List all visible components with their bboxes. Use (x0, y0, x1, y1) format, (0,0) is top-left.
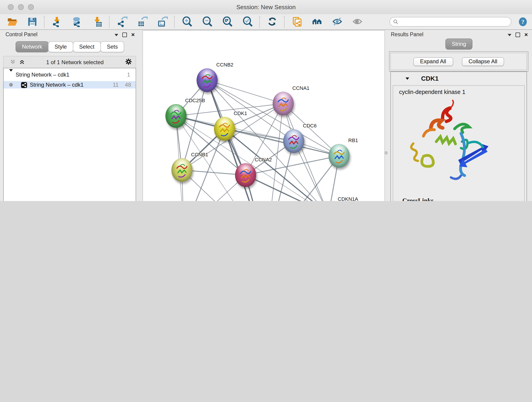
node-structure-thumbnail (273, 92, 294, 115)
help-icon: ? (518, 17, 527, 27)
node-label-CDKN1A: CDKN1A (338, 196, 358, 201)
import-table-from-file-button[interactable] (91, 16, 103, 28)
node-label-CCNB2: CCNB2 (216, 62, 234, 67)
collapse-all-tree-icon[interactable] (10, 59, 16, 66)
open-file-button[interactable] (6, 16, 18, 28)
refresh-view-button[interactable] (266, 16, 278, 28)
result-entry-cdk1: CDK1 cyclin-dependent kinase 1 (390, 71, 527, 201)
network-collection-row[interactable]: String Network – cdk1 1 (4, 71, 136, 78)
results-panel-close-icon[interactable]: × (525, 32, 528, 37)
node-CDC25B[interactable] (165, 104, 186, 128)
help-button[interactable]: ? (518, 17, 528, 27)
copy-network-button[interactable] (291, 16, 303, 28)
node-structure-thumbnail (165, 104, 186, 128)
first-neighbors-icon (312, 17, 322, 27)
show-all-button[interactable] (351, 16, 363, 28)
export-image-icon (157, 17, 167, 27)
control-panel-float-icon[interactable] (123, 32, 127, 37)
node-structure-thumbnail (283, 129, 304, 153)
search-field[interactable] (400, 19, 508, 25)
results-panel-float-icon[interactable] (516, 32, 520, 37)
node-CCNB1[interactable] (171, 158, 192, 182)
collection-label: String Network – cdk1 (16, 71, 70, 78)
control-panel: Control Panel × NetworkStyleSelectSets 1… (2, 30, 138, 201)
edge-RB1-CDC25B[interactable] (176, 116, 339, 156)
node-structure-thumbnail (171, 158, 192, 182)
results-panel-title: Results Panel (391, 32, 423, 37)
expand-all-button[interactable]: Expand All (413, 57, 453, 66)
collapse-all-button[interactable]: Collapse All (462, 57, 504, 66)
control-panel-tabs: NetworkStyleSelectSets (16, 41, 124, 52)
zoom-fit-icon (222, 17, 233, 27)
expand-all-tree-icon[interactable] (19, 59, 25, 66)
application-window: Session: New Session ? Control Panel × N… (0, 0, 532, 201)
zoom-fit-button[interactable] (221, 16, 233, 28)
zoom-selected-icon (242, 17, 253, 27)
tab-select[interactable]: Select (73, 41, 101, 52)
node-structure-thumbnail (214, 117, 235, 141)
zoom-in-button[interactable] (181, 16, 193, 28)
node-CDK1[interactable] (214, 117, 235, 141)
edge-CCNE1-RB1[interactable] (266, 156, 339, 201)
entry-description: cyclin-dependent kinase 1 (399, 89, 465, 95)
copy-network-icon (292, 17, 302, 27)
node-CCNA1[interactable] (273, 92, 294, 115)
search-input[interactable] (389, 17, 511, 27)
tab-string[interactable]: String (445, 38, 473, 50)
node-structure-thumbnail (196, 68, 218, 92)
import-network-from-database-button[interactable] (71, 16, 83, 28)
tab-style[interactable]: Style (48, 41, 73, 52)
node-label-CDK1: CDK1 (234, 110, 247, 116)
export-table-icon (137, 17, 147, 27)
network-selection-header: 1 of 1 Network selected (3, 56, 136, 69)
open-file-icon (7, 17, 17, 27)
hide-selected-icon (332, 17, 342, 27)
import-network-from-database-icon (72, 17, 82, 27)
titlebar: Session: New Session (0, 0, 532, 15)
crosslinks-title: CrossLinks (402, 197, 433, 201)
export-image-button[interactable] (156, 16, 168, 28)
node-structure-thumbnail (329, 144, 350, 168)
network-tree: String Network – cdk1 1 String Network –… (3, 68, 136, 201)
control-panel-close-icon[interactable]: × (131, 32, 135, 37)
entry-expander-icon[interactable] (405, 77, 409, 80)
refresh-view-icon (267, 17, 278, 27)
network-type-icon (21, 82, 27, 88)
node-label-RB1: RB1 (348, 138, 358, 143)
node-CDC6[interactable] (283, 129, 304, 153)
edge-CCNB2-CCNA1[interactable] (207, 80, 283, 104)
selection-summary: 1 of 1 Network selected (25, 59, 125, 65)
control-panel-menu-icon[interactable] (115, 34, 119, 36)
zoom-selected-button[interactable] (241, 16, 253, 28)
results-panel-menu-icon[interactable] (508, 34, 512, 36)
tree-expander-icon[interactable] (9, 71, 13, 78)
import-network-from-file-button[interactable] (51, 16, 63, 28)
export-network-button[interactable] (116, 16, 128, 28)
node-label-CDC25B: CDC25B (185, 98, 205, 103)
zoom-out-button[interactable] (201, 16, 213, 28)
search-icon (393, 19, 398, 24)
save-session-button[interactable] (26, 16, 38, 28)
node-label-CCNA1: CCNA1 (292, 85, 310, 91)
hide-selected-button[interactable] (331, 16, 343, 28)
protein-structure-image (407, 99, 497, 183)
export-table-button[interactable] (136, 16, 148, 28)
network-options-gear-icon[interactable] (125, 58, 132, 66)
tab-network[interactable]: Network (16, 41, 49, 52)
main-toolbar: ? (0, 14, 532, 30)
node-structure-thumbnail (235, 163, 256, 187)
node-label-CCNB1: CCNB1 (191, 152, 208, 157)
first-neighbors-button[interactable] (311, 16, 323, 28)
node-RB1[interactable] (329, 144, 350, 168)
node-count: 11 (113, 82, 119, 88)
node-CCNB2[interactable] (196, 68, 218, 92)
tab-sets[interactable]: Sets (100, 41, 124, 52)
network-view[interactable]: CCNB2 CCNA1 CDC25B CDK1 CDC6 R (143, 30, 385, 201)
node-label-CDC6: CDC6 (303, 123, 317, 128)
network-row-selected[interactable]: String Network – cdk1 11 48 (4, 81, 136, 89)
node-CCNA2[interactable] (235, 163, 256, 187)
current-network-dot-icon (9, 83, 13, 87)
zoom-out-icon (202, 17, 212, 27)
network-label: String Network – cdk1 (30, 82, 84, 88)
import-table-from-file-icon (92, 17, 102, 27)
